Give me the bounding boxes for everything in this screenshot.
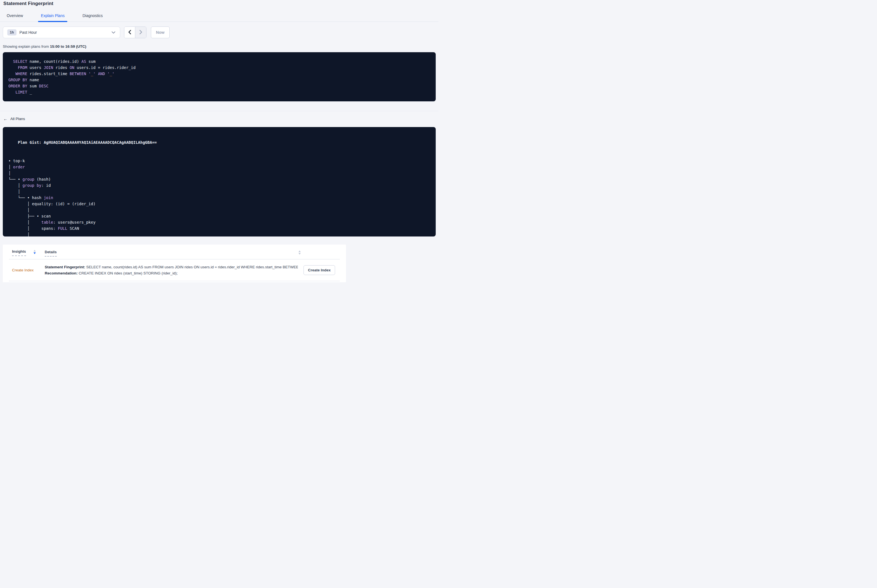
tab-diagnostics[interactable]: Diagnostics [83,14,102,21]
tab-bar: Overview Explain Plans Diagnostics [0,14,438,22]
sort-up-arrow [33,250,36,252]
column-header-insights[interactable]: Insights [12,249,26,256]
column-header-details[interactable]: Details [45,250,57,256]
plan-gist-value: AgHUAQIABQAAAAHYAQIAiAEAAAADCQACAgAABQIL… [44,140,157,145]
now-button[interactable]: Now [151,27,170,38]
previous-interval-button[interactable] [124,27,135,38]
time-controls: 1h Past Hour Now [3,27,436,38]
time-range-label: Past Hour [20,30,111,34]
sql-fingerprint-block: SELECT name, count(rides.id) AS sum FROM… [3,52,436,101]
all-plans-label: All Plans [11,117,25,121]
insights-table-card: Insights Details Create Index Statement … [3,244,346,282]
table-row: Create Index Statement Fingerprint: SELE… [3,260,346,281]
plan-gist-block: Plan Gist: AgHUAQIABQAAAAHYAQIAiAEAAAADC… [3,127,436,237]
arrow-left-icon: ← [3,117,8,121]
plan-gist-label: Plan Gist: [18,140,44,145]
sql-fingerprint-code: SELECT name, count(rides.id) AS sum FROM… [8,58,430,95]
statement-fingerprint-line: Statement Fingerprint: SELECT name, coun… [45,265,298,269]
row-divider [9,281,340,281]
sort-up-arrow [298,250,301,252]
sort-down-arrow [33,252,36,254]
time-range-dropdown[interactable]: 1h Past Hour [3,27,120,38]
chevron-left-icon [128,30,131,36]
page-title: Statement Fingerprint [3,1,438,6]
showing-range-text: Showing explain plans from 15:00 to 16:5… [3,44,438,49]
chevron-down-icon [111,30,116,35]
tab-overview[interactable]: Overview [7,14,23,21]
sort-details-icon[interactable] [298,250,301,255]
time-range-badge: 1h [7,29,17,36]
insight-type-link[interactable]: Create Index [12,268,42,272]
tab-explain-plans[interactable]: Explain Plans [41,14,65,21]
recommendation-line: Recommendation: CREATE INDEX ON rides (s… [45,271,298,275]
plan-tree: • top-k│ order│└── • group (hash) │ grou… [8,158,430,237]
sort-down-arrow [298,253,301,255]
plan-gist: Plan Gist: AgHUAQIABQAAAAHYAQIAiAEAAAADC… [8,133,430,152]
all-plans-link[interactable]: ← All Plans [3,117,25,121]
showing-range-value: 15:00 to 16:59 (UTC) [50,44,86,49]
chevron-right-icon [139,30,143,36]
next-interval-button[interactable] [135,27,146,38]
sort-insights-icon[interactable] [33,250,36,256]
create-index-button[interactable]: Create Index [304,265,335,275]
insight-details-cell: Statement Fingerprint: SELECT name, coun… [45,265,298,275]
time-pager [124,27,146,38]
insights-table-header: Insights Details [3,244,346,259]
